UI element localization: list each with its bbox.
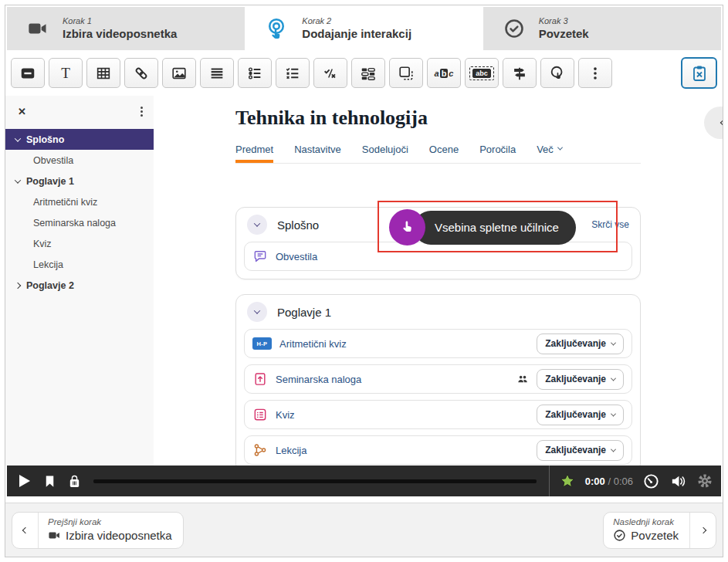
tool-multiple-choice-button[interactable] [276, 58, 310, 88]
step-2-tab[interactable]: Korak 2Dodajanje interakcij [245, 7, 483, 50]
star-icon [559, 472, 576, 489]
completion-dropdown-button[interactable]: Zaključevanje [537, 405, 624, 425]
video-player-controls: 0:00 / 0:06 [7, 466, 721, 496]
fill-in-the-blanks-icon [360, 65, 377, 82]
time-separator: / [608, 476, 611, 487]
chevron-down-icon [611, 375, 616, 381]
tool-mark-words-button[interactable]: abc [427, 58, 461, 88]
h5p-editor-window: Korak 1Izbira videoposnetka Korak 2Dodaj… [5, 5, 723, 557]
tool-image-button[interactable] [162, 58, 196, 88]
tab-porocila[interactable]: Poročila [479, 144, 516, 163]
sidebar-item-aritmeticni-kviz[interactable]: Aritmetični kviz [5, 191, 154, 212]
image-icon [171, 65, 188, 82]
navigation-hotspot-icon [549, 65, 566, 82]
interaction-toolbar: T abc abc [5, 50, 723, 96]
submit-screens-button[interactable] [66, 473, 83, 489]
step-1-tab[interactable]: Korak 1Izbira videoposnetka [7, 7, 245, 50]
sidebar-item-lekcija[interactable]: Lekcija [5, 254, 154, 275]
statements-icon [208, 65, 225, 82]
interaction-label-bubble[interactable]: Vsebina spletne učilnice [389, 209, 616, 245]
drag-text-icon: abc [469, 66, 494, 80]
prev-step-caption: Prejšnji korak [48, 516, 172, 528]
chevron-down-icon [254, 220, 260, 226]
interaction-marker[interactable] [559, 472, 576, 489]
quiz-icon [252, 407, 268, 422]
playback-rate-button[interactable] [642, 472, 660, 490]
tab-ocene[interactable]: Ocene [429, 144, 459, 163]
next-step-button[interactable]: Naslednji korak Povzetek [603, 512, 716, 549]
multiple-choice-icon [284, 65, 301, 82]
settings-button[interactable] [696, 472, 713, 489]
bookmarks-button[interactable] [42, 474, 57, 489]
chevron-left-icon [720, 120, 723, 126]
tool-drag-text-button[interactable]: abc [465, 58, 499, 88]
tab-label: Več [537, 144, 554, 155]
collapse-section-button[interactable] [247, 215, 267, 235]
tab-predmet[interactable]: Predmet [235, 144, 273, 163]
sidebar-item-seminarska-naloga[interactable]: Seminarska naloga [5, 212, 154, 233]
video-camera-icon [48, 529, 61, 542]
time-total: 0:06 [614, 476, 633, 487]
tab-vec[interactable]: Več [537, 144, 562, 163]
text-icon: T [61, 65, 70, 82]
chevron-down-icon [557, 145, 563, 151]
step-caption: Korak 2 [302, 16, 411, 27]
paste-clipboard-icon [690, 64, 709, 83]
tool-label-button[interactable] [11, 58, 45, 88]
activity-lekcija[interactable]: Lekcija Zaključevanje [244, 435, 632, 465]
completion-dropdown-button[interactable]: Zaključevanje [537, 440, 624, 461]
activity-seminarska-naloga[interactable]: Seminarska naloga Zaključevanje [244, 364, 632, 394]
step-label: Dodajanje interakcij [302, 27, 411, 42]
speaker-icon [669, 472, 687, 490]
tool-table-button[interactable] [86, 58, 120, 88]
tool-crossroads-button[interactable] [503, 58, 537, 88]
tool-single-choice-button[interactable] [238, 58, 272, 88]
completion-label: Zaključevanje [545, 445, 606, 455]
sidebar-item-obvestila[interactable]: Obvestila [5, 150, 154, 171]
speedometer-icon [642, 472, 660, 490]
tool-navigation-hotspot-button[interactable] [540, 58, 574, 88]
video-preview-stage: ✕ Splošno Obvestila Poglavje 1 Aritmetič… [5, 96, 723, 466]
table-icon [95, 65, 112, 82]
mark-the-words-icon: abc [435, 69, 454, 78]
paste-button[interactable] [681, 57, 717, 89]
tool-true-false-button[interactable] [313, 58, 347, 88]
single-choice-set-icon [246, 65, 263, 82]
next-step-label: Povzetek [631, 528, 679, 543]
collapse-section-button[interactable] [247, 302, 267, 322]
play-button[interactable] [15, 472, 33, 490]
sidebar-item-poglavje-1[interactable]: Poglavje 1 [5, 171, 154, 191]
seek-bar[interactable] [93, 479, 537, 483]
tab-sodelujoci[interactable]: Sodelujoči [362, 144, 408, 163]
close-icon[interactable]: ✕ [18, 106, 26, 117]
sidebar-item-kviz[interactable]: Kviz [5, 233, 154, 254]
tool-statements-button[interactable] [200, 58, 234, 88]
interaction-pointer-icon [265, 17, 288, 40]
tool-fill-blanks-button[interactable] [351, 58, 385, 88]
activity-aritmeticni-kviz[interactable]: H-P Aritmetični kviz Zaključevanje [244, 329, 632, 358]
tool-link-button[interactable] [124, 58, 158, 88]
tab-nastavitve[interactable]: Nastavitve [294, 144, 341, 163]
completion-label: Zaključevanje [545, 409, 606, 420]
completion-dropdown-button[interactable]: Zaključevanje [537, 369, 624, 390]
volume-button[interactable] [669, 472, 687, 490]
chevron-right-icon [689, 513, 716, 548]
completion-dropdown-button[interactable]: Zaključevanje [537, 333, 624, 354]
pointer-hand-icon [389, 209, 425, 245]
sidebar-item-splosno[interactable]: Splošno [5, 129, 154, 150]
sidebar-item-poglavje-2[interactable]: Poglavje 2 [5, 275, 154, 296]
more-vertical-icon [587, 65, 604, 82]
page-title: Tehnika in tehnologija [235, 107, 641, 130]
tool-text-button[interactable]: T [49, 58, 83, 88]
wizard-steps: Korak 1Izbira videoposnetka Korak 2Dodaj… [7, 7, 721, 50]
tool-more-elements-button[interactable] [578, 58, 612, 88]
bookmark-icon [42, 474, 57, 489]
more-vertical-icon[interactable] [141, 105, 143, 118]
previous-step-button[interactable]: Prejšnji korak Izbira videoposnetka [12, 512, 184, 549]
activity-kviz[interactable]: Kviz Zaključevanje [244, 400, 632, 429]
step-3-tab[interactable]: Korak 3Povzetek [483, 7, 721, 50]
tool-drag-drop-button[interactable] [389, 58, 423, 88]
gear-icon [696, 472, 713, 489]
drawer-toggle-button[interactable] [704, 107, 723, 139]
chevron-down-icon [15, 177, 21, 183]
